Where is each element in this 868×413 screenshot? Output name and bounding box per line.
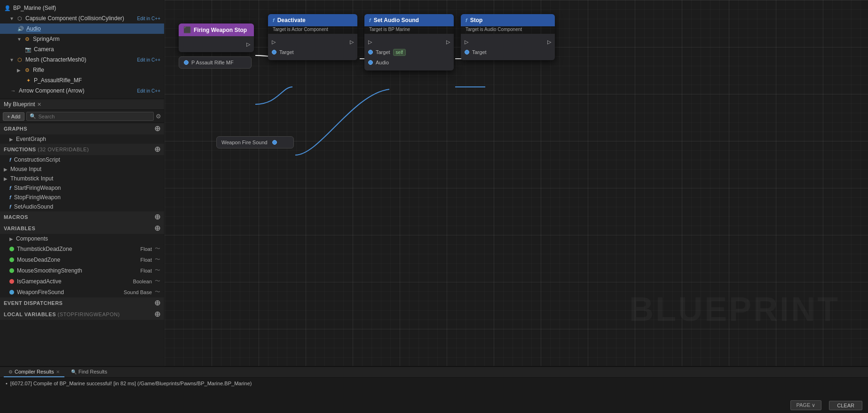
- var-dot-mousedeadzone: [9, 257, 14, 262]
- clear-button[interactable]: CLEAR: [829, 401, 862, 410]
- var-tail-thumbstick: 〜: [155, 245, 160, 253]
- section-label-variables: VARIABLES: [4, 226, 35, 231]
- blueprint-panel-scroll: GRAPHS ⊕ ▶ EventGraph FUNCTIONS (32 OVER…: [0, 123, 164, 366]
- section-item-stopfiring[interactable]: f StopFiringWeapon: [0, 193, 164, 202]
- bottom-tabs: ⚙ Compiler Results ✕ 🔍 Find Results: [0, 367, 868, 378]
- blueprint-watermark: BLUEPRINT: [629, 290, 840, 328]
- var-row-mousedeadzone: MouseDeadZone Float 〜: [0, 254, 164, 265]
- search-input[interactable]: [38, 114, 150, 119]
- gear-button[interactable]: ⚙: [156, 113, 161, 120]
- node-deactivate[interactable]: f Deactivate Target is Actor Component ▷…: [268, 14, 357, 60]
- edit-cpp-arrow[interactable]: Edit in C++: [137, 88, 160, 94]
- deactivate-target-pin: [272, 50, 276, 55]
- components-tree: 👤 BP_Marine (Self) ▼ ⬡ Capsule Component…: [0, 0, 164, 99]
- blueprint-toolbar: + Add 🔍 ⚙: [0, 110, 164, 123]
- node-var-assault[interactable]: P Assault Rifle MF: [179, 56, 252, 69]
- var-dot-weaponfire: [9, 290, 14, 295]
- section-item-mouse-input[interactable]: ▶ Mouse Input: [0, 164, 164, 174]
- tree-label-particle: P_AssaultRifle_MF: [34, 77, 160, 84]
- mesh-icon: ⬡: [16, 56, 24, 63]
- node-stop[interactable]: f Stop Target is Audio Component ▷ ▷ Tar…: [461, 14, 555, 60]
- section-header-variables[interactable]: VARIABLES ⊕: [0, 223, 164, 234]
- deactivate-exec-in: ▷: [272, 39, 276, 45]
- var-type-isgamepad: Boolean: [133, 279, 152, 284]
- tree-item-capsule[interactable]: ▼ ⬡ Capsule Component (CollisionCylinder…: [0, 13, 164, 23]
- set-audio-exec-in: ▷: [368, 39, 372, 45]
- stop-event-exec-row: ▷: [179, 39, 254, 49]
- section-item-constructionscript[interactable]: f ConstructionScript: [0, 155, 164, 164]
- tree-item-springarm[interactable]: ▼ ⚙ SpringArm: [0, 34, 164, 44]
- section-header-localvars[interactable]: LOCAL VARIABLES (STOPFIRINGWEAPON) ⊕: [0, 309, 164, 320]
- section-item-eventgraph[interactable]: ▶ EventGraph: [0, 134, 164, 144]
- section-add-graphs[interactable]: ⊕: [154, 125, 161, 132]
- tree-item-audio[interactable]: 🔊 Audio: [0, 23, 164, 34]
- fn-label-construction: ConstructionScript: [14, 156, 60, 163]
- page-button-label: PAGE ∨: [797, 402, 816, 408]
- bottom-content: • [6072.07] Compile of BP_Marine success…: [0, 378, 868, 413]
- set-audio-target-row: Target self: [364, 47, 454, 57]
- node-deactivate-title: Deactivate: [277, 17, 306, 23]
- tree-label-audio: Audio: [26, 25, 160, 32]
- tree-label-arrow: Arrow Component (Arrow): [19, 87, 135, 94]
- stop-event-exec-pin: ▷: [246, 41, 250, 47]
- section-add-variables[interactable]: ⊕: [154, 225, 161, 232]
- deactivate-body: ▷ ▷ Target: [268, 34, 357, 60]
- fn-label-startfiring: StartFiringWeapon: [14, 185, 61, 191]
- compiler-results-icon: ⚙: [8, 369, 13, 374]
- section-add-localvars[interactable]: ⊕: [154, 311, 161, 318]
- components-label: Components: [16, 235, 48, 242]
- my-blueprint-tab-close[interactable]: ✕: [37, 101, 41, 108]
- my-blueprint-tab[interactable]: My Blueprint ✕: [4, 101, 41, 108]
- assault-pin: [184, 60, 189, 65]
- section-header-functions[interactable]: FUNCTIONS (32 OVERRIDABLE) ⊕: [0, 144, 164, 155]
- var-tail-weaponfire: 〜: [155, 288, 160, 296]
- set-audio-audio-row: Audio: [364, 57, 454, 68]
- node-set-audio-sound[interactable]: f Set Audio Sound Target is BP Marine ▷ …: [364, 14, 454, 70]
- tree-item-particle[interactable]: ✦ P_AssaultRifle_MF: [0, 75, 164, 86]
- var-name-mousesmooth: MouseSmoothingStrength: [17, 267, 138, 274]
- compiler-results-close[interactable]: ✕: [56, 369, 60, 374]
- section-label-dispatchers: EVENT DISPATCHERS: [4, 300, 63, 306]
- section-add-macros[interactable]: ⊕: [154, 213, 161, 221]
- section-item-startfiring[interactable]: f StartFiringWeapon: [0, 183, 164, 193]
- node-stop-event-header: ⬛ Firing Weapon Stop: [179, 23, 254, 36]
- node-var-weapon-sound[interactable]: Weapon Fire Sound: [216, 136, 294, 148]
- stop-body: ▷ ▷ Target: [461, 34, 555, 60]
- fn-label-stopfiring: StopFiringWeapon: [14, 194, 61, 201]
- set-audio-target-label: Target: [376, 49, 390, 55]
- assault-label: P Assault Rifle MF: [191, 60, 234, 65]
- section-item-thumbstick-input[interactable]: ▶ Thumbstick Input: [0, 174, 164, 183]
- section-header-macros[interactable]: MACROS ⊕: [0, 211, 164, 223]
- tree-item-bp-marine[interactable]: 👤 BP_Marine (Self): [0, 3, 164, 13]
- rifle-icon: ⚙: [24, 66, 31, 74]
- spring-icon: ⚙: [24, 35, 31, 43]
- tab-find-results[interactable]: 🔍 Find Results: [66, 367, 112, 377]
- fn-icon-construction: f: [9, 157, 11, 163]
- section-add-functions[interactable]: ⊕: [154, 146, 161, 153]
- blueprint-canvas[interactable]: BLUEPRINT ⬛ Firing Weapon Stop ▷: [165, 0, 868, 366]
- var-tail-isgamepad: 〜: [155, 277, 160, 285]
- node-set-audio-subtitle: Target is BP Marine: [364, 26, 454, 34]
- section-item-setaudiosound[interactable]: f SetAudioSound: [0, 202, 164, 211]
- tree-item-rifle[interactable]: ▶ ⚙ Rifle: [0, 65, 164, 75]
- tree-item-camera[interactable]: 📷 Camera: [0, 44, 164, 55]
- tree-label-springarm: SpringArm: [33, 36, 160, 42]
- tree-label-mesh: Mesh (CharacterMesh0): [25, 56, 135, 63]
- section-add-dispatchers[interactable]: ⊕: [154, 299, 161, 307]
- node-stop-firing-weapon[interactable]: ⬛ Firing Weapon Stop ▷: [179, 23, 254, 52]
- edit-cpp-mesh[interactable]: Edit in C++: [137, 57, 160, 62]
- section-header-graphs[interactable]: GRAPHS ⊕: [0, 123, 164, 134]
- add-button[interactable]: + Add: [3, 112, 24, 121]
- tab-compiler-results[interactable]: ⚙ Compiler Results ✕: [4, 367, 64, 377]
- page-button[interactable]: PAGE ∨: [790, 400, 822, 410]
- var-type-mousedeadzone: Float: [141, 257, 152, 263]
- arrow-comp-icon: →: [9, 87, 17, 94]
- section-header-dispatchers[interactable]: EVENT DISPATCHERS ⊕: [0, 297, 164, 309]
- section-item-components[interactable]: ▶ Components: [0, 234, 164, 243]
- tree-item-mesh[interactable]: ▼ ⬡ Mesh (CharacterMesh0) Edit in C++: [0, 55, 164, 65]
- deactivate-fn-icon: f: [273, 17, 275, 23]
- edit-cpp-capsule[interactable]: Edit in C++: [137, 16, 160, 21]
- var-row-weaponfire: WeaponFireSound Sound Base 〜: [0, 287, 164, 297]
- bottom-right: PAGE ∨ CLEAR: [790, 400, 863, 410]
- tree-item-arrow[interactable]: → Arrow Component (Arrow) Edit in C++: [0, 86, 164, 96]
